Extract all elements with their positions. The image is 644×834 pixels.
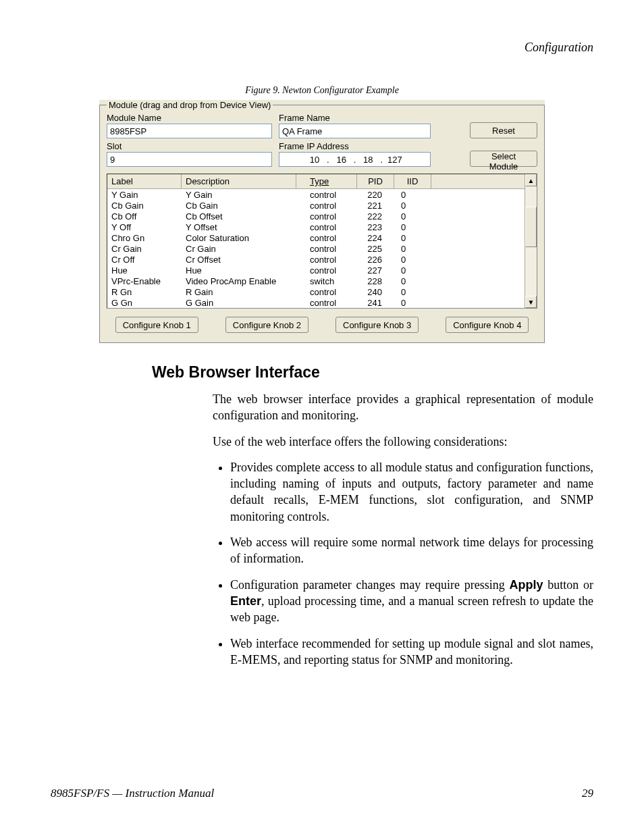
cell-description: Cr Offset	[182, 255, 296, 265]
cell-pid: 224	[357, 233, 394, 243]
ip-octet-2[interactable]: 16	[333, 155, 350, 165]
cell-type: control	[296, 233, 357, 243]
cell-label: Cb Off	[107, 211, 182, 221]
select-module-button[interactable]: Select Module	[470, 151, 537, 167]
cell-pid: 228	[357, 276, 394, 286]
cell-pid: 240	[357, 287, 394, 297]
col-header-type[interactable]: Type	[296, 174, 357, 188]
list-item: Configuration parameter changes may requ…	[230, 577, 593, 626]
slot-input[interactable]	[107, 152, 272, 167]
cell-pid: 226	[357, 255, 394, 265]
cell-label: Cb Gain	[107, 201, 182, 211]
cell-label: Cr Gain	[107, 244, 182, 254]
ip-octet-3[interactable]: 18	[360, 155, 376, 165]
cell-description: Video ProcAmp Enable	[182, 276, 296, 286]
scroll-thumb[interactable]	[525, 207, 537, 247]
cell-iid: 0	[394, 211, 431, 221]
list-item: Web access will require some normal netw…	[230, 534, 593, 567]
cell-pid: 241	[357, 298, 394, 308]
ip-octet-1[interactable]: 10	[306, 155, 323, 165]
cell-type: control	[296, 244, 357, 254]
configure-knob-3-button[interactable]: Configure Knob 3	[336, 317, 419, 333]
cell-pid: 227	[357, 265, 394, 276]
section-heading: Web Browser Interface	[152, 363, 593, 382]
newton-configurator: Module (drag and drop from Device View) …	[99, 100, 545, 343]
table-scrollbar[interactable]: ▲ ▼	[525, 174, 537, 308]
cell-description: Cb Offset	[182, 211, 296, 221]
cell-pid: 225	[357, 244, 394, 254]
cell-type: control	[296, 211, 357, 221]
cell-iid: 0	[394, 233, 431, 243]
cell-iid: 0	[394, 190, 431, 200]
enter-label: Enter	[230, 594, 261, 608]
module-name-label: Module Name	[107, 113, 272, 123]
cell-description: Cr Gain	[182, 244, 296, 254]
table-row[interactable]: Cb GainCb Gaincontrol2210	[107, 200, 537, 211]
configure-knob-2-button[interactable]: Configure Knob 2	[225, 317, 308, 333]
reset-button[interactable]: Reset	[470, 122, 537, 138]
cell-pid: 223	[357, 222, 394, 232]
cell-iid: 0	[394, 298, 431, 308]
cell-label: Y Gain	[107, 190, 182, 200]
cell-description: Y Gain	[182, 190, 296, 200]
table-row[interactable]: G GnG Gaincontrol2410	[107, 297, 537, 308]
scroll-down-icon[interactable]: ▼	[525, 296, 537, 308]
module-fieldset-legend: Module (drag and drop from Device View)	[107, 100, 273, 110]
cell-pid: 221	[357, 201, 394, 211]
list-item: Provides complete access to all module s…	[230, 459, 593, 525]
cell-type: switch	[296, 276, 357, 286]
cell-iid: 0	[394, 244, 431, 254]
cell-type: control	[296, 255, 357, 265]
cell-iid: 0	[394, 265, 431, 276]
scroll-up-icon[interactable]: ▲	[525, 174, 537, 186]
figure-caption: Figure 9. Newton Configurator Example	[51, 85, 593, 96]
cell-iid: 0	[394, 287, 431, 297]
col-header-spacer	[431, 174, 537, 188]
module-name-input[interactable]	[107, 124, 272, 138]
table-row[interactable]: Cr OffCr Offsetcontrol2260	[107, 254, 537, 265]
table-row[interactable]: Y OffY Offsetcontrol2230	[107, 221, 537, 232]
cell-description: Color Saturation	[182, 233, 296, 243]
frame-name-input[interactable]	[279, 124, 431, 138]
scroll-track[interactable]	[525, 186, 537, 296]
configure-knob-1-button[interactable]: Configure Knob 1	[115, 317, 198, 333]
ip-octet-4[interactable]: 127	[387, 155, 403, 165]
frame-name-label: Frame Name	[279, 113, 431, 123]
table-header-row: Label Description Type PID IID	[107, 174, 537, 189]
apply-label: Apply	[509, 578, 543, 592]
cell-iid: 0	[394, 276, 431, 286]
slot-label: Slot	[107, 141, 272, 151]
cell-label: Hue	[107, 265, 182, 276]
body-paragraph: Use of the web interface offers the foll…	[213, 434, 593, 450]
footer-page-number: 29	[582, 787, 593, 800]
cell-iid: 0	[394, 222, 431, 232]
col-header-iid[interactable]: IID	[394, 174, 431, 188]
frame-ip-label: Frame IP Address	[279, 141, 431, 151]
footer-manual-title: 8985FSP/FS — Instruction Manual	[51, 787, 214, 800]
cell-iid: 0	[394, 255, 431, 265]
frame-ip-input[interactable]: 10 . 16 . 18 . 127	[279, 152, 431, 167]
cell-pid: 222	[357, 211, 394, 221]
table-row[interactable]: R GnR Gaincontrol2400	[107, 286, 537, 297]
col-header-label[interactable]: Label	[107, 174, 182, 188]
table-row[interactable]: Cr GainCr Gaincontrol2250	[107, 243, 537, 254]
table-row[interactable]: Y GainY Gaincontrol2200	[107, 189, 537, 200]
col-header-pid[interactable]: PID	[357, 174, 394, 188]
table-row[interactable]: HueHuecontrol2270	[107, 265, 537, 276]
cell-label: Cr Off	[107, 255, 182, 265]
cell-description: G Gain	[182, 298, 296, 308]
cell-description: Cb Gain	[182, 201, 296, 211]
cell-description: Y Offset	[182, 222, 296, 232]
table-row[interactable]: Cb OffCb Offsetcontrol2220	[107, 211, 537, 221]
cell-type: control	[296, 190, 357, 200]
cell-description: Hue	[182, 265, 296, 276]
cell-label: Y Off	[107, 222, 182, 232]
cell-label: G Gn	[107, 298, 182, 308]
col-header-description[interactable]: Description	[182, 174, 296, 188]
page-header-section: Configuration	[51, 41, 593, 55]
cell-type: control	[296, 222, 357, 232]
configure-knob-4-button[interactable]: Configure Knob 4	[446, 317, 529, 333]
table-row[interactable]: Chro GnColor Saturationcontrol2240	[107, 232, 537, 243]
table-row[interactable]: VPrc-EnableVideo ProcAmp Enableswitch228…	[107, 276, 537, 286]
cell-type: control	[296, 298, 357, 308]
